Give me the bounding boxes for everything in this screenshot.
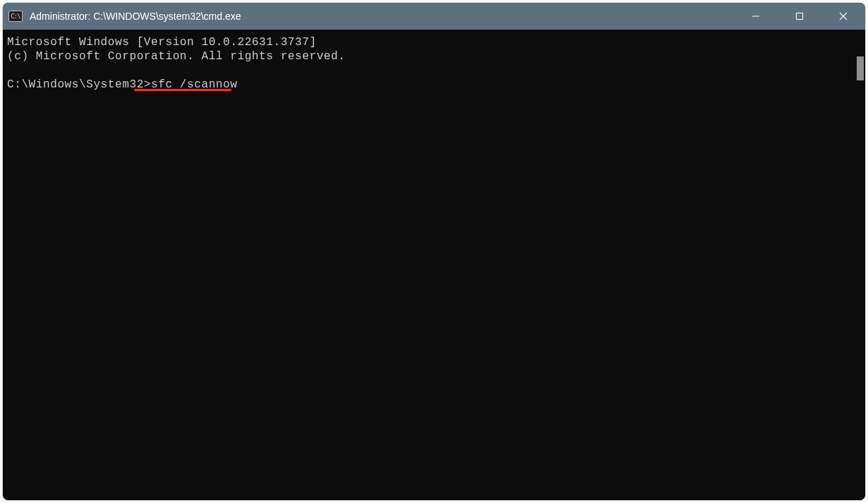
scrollbar-thumb[interactable] (857, 56, 864, 80)
cmd-window: C:\ Administrator: C:\WINDOWS\system32\c… (3, 3, 865, 500)
close-icon (839, 12, 848, 20)
window-controls (734, 3, 865, 30)
cmd-icon: C:\ (8, 11, 23, 22)
output-line: Microsoft Windows [Version 10.0.22631.37… (7, 36, 317, 49)
terminal[interactable]: Microsoft Windows [Version 10.0.22631.37… (3, 30, 865, 500)
output-line: (c) Microsoft Corporation. All rights re… (7, 50, 345, 63)
annotation-underline (134, 89, 231, 91)
minimize-button[interactable] (734, 3, 778, 30)
titlebar[interactable]: C:\ Administrator: C:\WINDOWS\system32\c… (3, 3, 865, 30)
scrollbar-track[interactable] (854, 30, 865, 500)
window-title: Administrator: C:\WINDOWS\system32\cmd.e… (30, 11, 734, 22)
cmd-icon-glyph: C:\ (11, 13, 20, 20)
maximize-icon (795, 12, 804, 20)
terminal-output: Microsoft Windows [Version 10.0.22631.37… (3, 30, 865, 97)
svg-rect-1 (797, 13, 803, 20)
close-button[interactable] (821, 3, 865, 30)
minimize-icon (752, 12, 760, 20)
maximize-button[interactable] (778, 3, 821, 30)
prompt: C:\Windows\System32> (7, 78, 151, 91)
